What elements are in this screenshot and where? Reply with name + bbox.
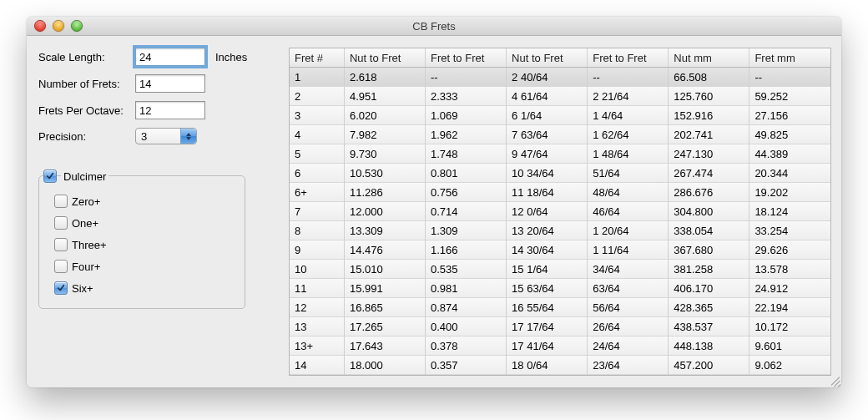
dulcimer-option-row[interactable]: Zero+ <box>54 195 230 208</box>
table-cell: 1 20/64 <box>588 221 669 240</box>
number-of-frets-input[interactable] <box>135 74 205 93</box>
dulcimer-option-checkbox[interactable] <box>54 216 68 230</box>
table-cell: 2 40/64 <box>507 68 588 87</box>
table-cell: 2.618 <box>344 68 425 87</box>
precision-label: Precision: <box>38 130 135 143</box>
table-cell: 367.680 <box>669 240 749 260</box>
table-cell: 18.124 <box>749 202 830 221</box>
table-cell: 438.537 <box>669 317 749 337</box>
table-cell: 17.643 <box>344 337 425 356</box>
dulcimer-option-row[interactable]: Three+ <box>54 238 230 251</box>
table-header-cell[interactable]: Nut mm <box>669 48 749 68</box>
table-cell: 9.062 <box>749 356 830 375</box>
table-cell: 0.400 <box>426 317 507 337</box>
table-header-cell[interactable]: Fret # <box>290 48 344 68</box>
table-row[interactable]: 1216.8650.87416 55/6456/64428.36522.194 <box>290 298 830 317</box>
table-cell: 6+ <box>290 183 344 202</box>
table-cell: 202.741 <box>669 125 749 144</box>
table-header-row[interactable]: Fret #Nut to FretFret to FretNut to Fret… <box>290 48 830 68</box>
table-cell: 9.601 <box>749 337 830 356</box>
table-cell: 0.874 <box>426 298 507 317</box>
table-row[interactable]: 1317.2650.40017 17/6426/64438.53710.172 <box>290 317 830 337</box>
table-header-cell[interactable]: Fret mm <box>749 48 830 68</box>
table-row[interactable]: 1418.0000.35718 0/6423/64457.2009.062 <box>290 356 830 375</box>
table-cell: -- <box>588 68 669 87</box>
dulcimer-option-label: One+ <box>72 217 98 230</box>
titlebar[interactable]: CB Frets <box>27 17 841 36</box>
table-cell: 4.951 <box>344 87 425 106</box>
table-cell: 44.389 <box>749 144 830 164</box>
table-cell: 19.202 <box>749 183 830 202</box>
table-row[interactable]: 813.3091.30913 20/641 20/64338.05433.254 <box>290 221 830 240</box>
table-cell: 12 0/64 <box>507 202 588 221</box>
dulcimer-checkbox[interactable] <box>43 170 57 183</box>
table-cell: 3 <box>290 106 344 125</box>
table-header-cell[interactable]: Fret to Fret <box>426 48 507 68</box>
table-row[interactable]: 1115.9910.98115 63/6463/64406.17024.912 <box>290 279 830 298</box>
table-cell: 24.912 <box>749 279 830 298</box>
dulcimer-option-row[interactable]: Four+ <box>54 260 230 273</box>
table-cell: 22.194 <box>749 298 830 317</box>
number-of-frets-label: Number of Frets: <box>38 78 135 90</box>
table-cell: 0.535 <box>426 260 507 279</box>
table-cell: 10 <box>290 260 344 279</box>
table-row[interactable]: 6+11.2860.75611 18/6448/64286.67619.202 <box>290 183 830 202</box>
table-cell: 0.981 <box>426 279 507 298</box>
dulcimer-option-checkbox[interactable] <box>54 260 68 273</box>
table-row[interactable]: 12.618--2 40/64--66.508-- <box>290 68 830 87</box>
table-row[interactable]: 1015.0100.53515 1/6434/64381.25813.578 <box>290 260 830 279</box>
table-cell: 286.676 <box>669 183 749 202</box>
table-cell: 1 4/64 <box>588 106 669 125</box>
table-row[interactable]: 610.5300.80110 34/6451/64267.47420.344 <box>290 164 830 183</box>
frets-per-octave-input[interactable] <box>135 101 205 119</box>
zoom-icon[interactable] <box>71 20 83 32</box>
table-row[interactable]: 914.4761.16614 30/641 11/64367.68029.626 <box>290 240 830 260</box>
table-cell: 18.000 <box>344 356 425 375</box>
table-cell: 33.254 <box>749 221 830 240</box>
table-cell: 2 <box>290 87 344 106</box>
table-row[interactable]: 59.7301.7489 47/641 48/64247.13044.389 <box>290 144 830 164</box>
table-cell: -- <box>749 68 830 87</box>
table-cell: 1.309 <box>426 221 507 240</box>
table-cell: 304.800 <box>669 202 749 221</box>
resize-grip-icon[interactable] <box>828 374 840 386</box>
minimize-icon[interactable] <box>53 20 64 32</box>
precision-select[interactable]: 3 <box>135 128 197 144</box>
fret-table[interactable]: Fret #Nut to FretFret to FretNut to Fret… <box>290 48 830 375</box>
dulcimer-option-checkbox[interactable] <box>54 195 68 208</box>
scale-length-input[interactable] <box>135 48 205 66</box>
select-stepper-icon <box>180 129 196 144</box>
table-cell: 16 55/64 <box>507 298 588 317</box>
table-cell: 2.333 <box>426 87 507 106</box>
table-header-cell[interactable]: Fret to Fret <box>588 48 669 68</box>
table-cell: 26/64 <box>588 317 669 337</box>
dulcimer-checkbox-row[interactable]: Dulcimer <box>38 170 274 183</box>
table-row[interactable]: 13+17.6430.37817 41/6424/64448.1389.601 <box>290 337 830 356</box>
scale-length-unit: Inches <box>215 51 247 63</box>
dulcimer-option-checkbox[interactable] <box>54 238 68 251</box>
dulcimer-option-row[interactable]: One+ <box>54 216 230 230</box>
dulcimer-option-row[interactable]: Six+ <box>54 281 230 295</box>
table-cell: 457.200 <box>669 356 749 375</box>
table-header-cell[interactable]: Nut to Fret <box>344 48 425 68</box>
table-cell: 9 47/64 <box>507 144 588 164</box>
table-cell: 15 63/64 <box>507 279 588 298</box>
table-cell: 29.626 <box>749 240 830 260</box>
table-cell: 14 30/64 <box>507 240 588 260</box>
table-row[interactable]: 24.9512.3334 61/642 21/64125.76059.252 <box>290 87 830 106</box>
table-cell: 10.530 <box>344 164 425 183</box>
table-cell: 267.474 <box>669 164 749 183</box>
table-cell: 2 21/64 <box>588 87 669 106</box>
table-cell: 13 <box>290 317 344 337</box>
table-header-cell[interactable]: Nut to Fret <box>507 48 588 68</box>
table-row[interactable]: 712.0000.71412 0/6446/64304.80018.124 <box>290 202 830 221</box>
table-cell: 152.916 <box>669 106 749 125</box>
dulcimer-option-checkbox[interactable] <box>54 281 68 295</box>
table-cell: 15.991 <box>344 279 425 298</box>
table-cell: 4 <box>290 125 344 144</box>
close-icon[interactable] <box>34 20 46 32</box>
table-cell: 1.962 <box>426 125 507 144</box>
table-cell: 11 <box>290 279 344 298</box>
table-row[interactable]: 36.0201.0696 1/641 4/64152.91627.156 <box>290 106 830 125</box>
table-row[interactable]: 47.9821.9627 63/641 62/64202.74149.825 <box>290 125 830 144</box>
